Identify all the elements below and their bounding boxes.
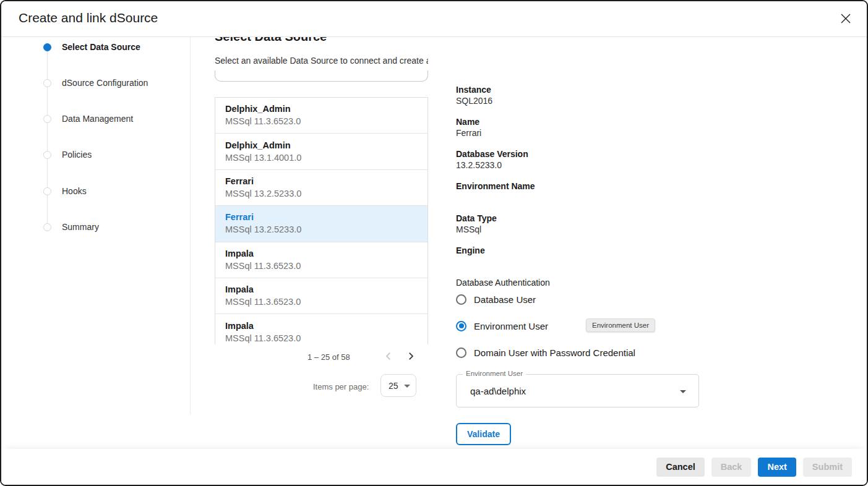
caret-down-icon: [404, 385, 410, 388]
pagination-range: 1 – 25 of 58: [307, 352, 350, 362]
items-per-page: Items per page: 25: [215, 374, 428, 399]
search-input[interactable]: [215, 70, 428, 82]
section-subtitle: Select an available Data Source to conne…: [215, 56, 428, 65]
environment-user-select[interactable]: Environment User qa-ad\delphix: [456, 374, 699, 407]
dialog-title: Create and link dSource: [19, 11, 158, 25]
dialog-body: Select Data Source dSource Configuration…: [1, 37, 867, 485]
field-label: Database Version: [456, 148, 699, 160]
validate-button[interactable]: Validate: [456, 423, 511, 445]
chevron-right-icon: [405, 354, 416, 364]
step-indicator-dot: [43, 115, 51, 123]
list-item[interactable]: Ferrari MSSql 13.2.5233.0: [215, 170, 428, 206]
list-item-selected[interactable]: Ferrari MSSql 13.2.5233.0: [215, 206, 428, 242]
item-name: Impala: [225, 249, 418, 259]
step-label: Hooks: [62, 185, 87, 197]
item-name: Impala: [225, 284, 418, 295]
item-version: MSSql 11.3.6523.0: [225, 333, 418, 344]
item-name: Delphix_Admin: [225, 104, 418, 114]
radio-label: Domain User with Password Credential: [474, 347, 635, 358]
pagination: 1 – 25 of 58: [215, 348, 428, 367]
field-data-type: Data Type MSSql: [456, 213, 699, 235]
item-version: MSSql 11.3.6523.0: [225, 261, 418, 271]
database-authentication-label: Database Authentication: [456, 277, 699, 288]
field-label: Instance: [456, 84, 699, 95]
chevron-left-icon: [383, 354, 394, 364]
environment-user-tooltip: Environment User: [586, 318, 655, 332]
item-version: MSSql 11.3.6523.0: [225, 297, 418, 307]
step-label: Summary: [62, 221, 99, 233]
radio-database-user[interactable]: Database User: [456, 293, 699, 305]
environment-user-select-label: Environment User: [463, 370, 526, 377]
radio-environment-user[interactable]: Environment User Environment User: [456, 320, 699, 332]
step-indicator-dot: [43, 187, 51, 195]
list-item[interactable]: Impala MSSql 11.3.6523.0: [215, 314, 428, 344]
step-label: Data Management: [62, 113, 133, 125]
items-per-page-label: Items per page:: [313, 382, 369, 391]
field-value: 13.2.5233.0: [456, 160, 699, 171]
item-name: Ferrari: [225, 212, 418, 223]
field-engine: Engine: [456, 245, 699, 267]
previous-page-button[interactable]: [382, 350, 395, 364]
field-value: [456, 256, 699, 267]
item-name: Impala: [225, 321, 418, 331]
stepper-connector-line: [47, 47, 48, 227]
back-button[interactable]: Back: [711, 458, 752, 477]
create-link-dsource-dialog: Create and link dSource Select Data Sour…: [0, 0, 868, 486]
radio-icon: [456, 294, 466, 305]
field-label: Engine: [456, 245, 699, 256]
field-database-version: Database Version 13.2.5233.0: [456, 148, 699, 171]
radio-domain-user[interactable]: Domain User with Password Credential: [456, 346, 699, 359]
radio-icon: [456, 321, 466, 331]
dialog-footer: Cancel Back Next Submit: [1, 449, 867, 485]
dialog-header: Create and link dSource: [1, 1, 867, 37]
item-version: MSSql 13.2.5233.0: [225, 189, 418, 199]
data-source-list: Delphix_Admin MSSql 11.3.6523.0 Delphix_…: [215, 97, 428, 344]
step-label: Policies: [62, 148, 92, 161]
item-version: MSSql 11.3.6523.0: [225, 116, 418, 127]
field-label: Data Type: [456, 213, 699, 224]
field-instance: Instance SQL2016: [456, 84, 699, 106]
step-indicator-dot: [43, 79, 51, 87]
step-indicator-dot: [43, 151, 51, 159]
auth-radio-group: Database User Environment User Environme…: [456, 293, 699, 359]
field-label: Environment Name: [456, 181, 699, 192]
step-indicator-dot: [43, 43, 51, 51]
item-name: Ferrari: [225, 176, 418, 187]
submit-button[interactable]: Submit: [803, 458, 852, 477]
next-button[interactable]: Next: [758, 458, 796, 477]
details-panel: Instance SQL2016 Name Ferrari Database V…: [456, 37, 699, 445]
radio-label: Database User: [474, 294, 536, 305]
step-label: Select Data Source: [62, 41, 140, 53]
step-indicator-dot: [43, 223, 51, 231]
step-label: dSource Configuration: [62, 77, 148, 89]
next-page-button[interactable]: [404, 350, 418, 364]
radio-icon: [456, 347, 466, 358]
field-value: MSSql: [456, 224, 699, 235]
field-label: Name: [456, 116, 699, 127]
item-name: Delphix_Admin: [225, 140, 418, 151]
field-value: SQL2016: [456, 95, 699, 106]
wizard-stepper: Select Data Source dSource Configuration…: [1, 37, 191, 414]
item-version: MSSql 13.2.5233.0: [225, 224, 418, 235]
field-value: [456, 192, 699, 203]
field-value: Ferrari: [456, 127, 699, 139]
data-source-column: Select Data Source Select an available D…: [215, 37, 428, 486]
radio-label: Environment User: [474, 321, 548, 331]
field-environment-name: Environment Name: [456, 181, 699, 203]
section-heading: Select Data Source: [215, 37, 428, 44]
close-button[interactable]: [838, 12, 853, 27]
caret-down-icon: [680, 390, 686, 393]
list-item[interactable]: Impala MSSql 11.3.6523.0: [215, 278, 428, 314]
environment-user-select-value: qa-ad\delphix: [470, 386, 526, 396]
items-per-page-value: 25: [389, 381, 398, 391]
field-name: Name Ferrari: [456, 116, 699, 139]
close-icon: [840, 12, 852, 27]
list-item[interactable]: Impala MSSql 11.3.6523.0: [215, 242, 428, 278]
cancel-button[interactable]: Cancel: [656, 458, 705, 477]
list-item[interactable]: Delphix_Admin MSSql 13.1.4001.0: [215, 134, 428, 169]
list-item[interactable]: Delphix_Admin MSSql 11.3.6523.0: [215, 98, 428, 134]
items-per-page-select[interactable]: 25: [380, 374, 416, 397]
item-version: MSSql 13.1.4001.0: [225, 153, 418, 163]
detail-fields: Instance SQL2016 Name Ferrari Database V…: [456, 37, 699, 267]
